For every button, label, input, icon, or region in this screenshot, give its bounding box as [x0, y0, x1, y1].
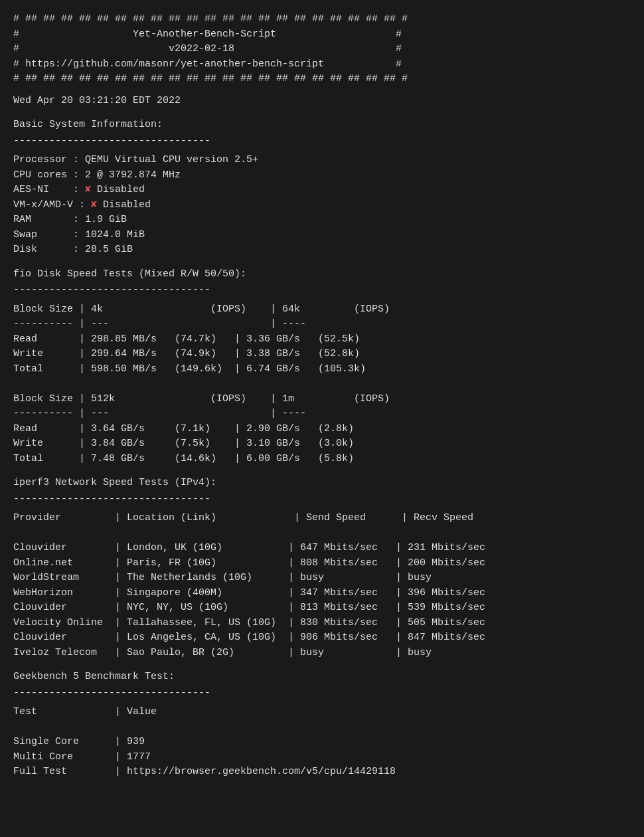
network-title: iperf3 Network Speed Tests (IPv4): — [13, 476, 631, 491]
geekbench-rows: Single Core | 939Multi Core | 1777Full T… — [13, 735, 631, 780]
timestamp: Wed Apr 20 03:21:20 EDT 2022 — [13, 94, 631, 109]
fio-row: Read | 3.64 GB/s (7.1k) | 2.90 GB/s (2.8… — [13, 422, 631, 437]
header-line4: # https://github.com/masonr/yet-another-… — [13, 57, 631, 72]
geekbench-tests: Geekbench 5 Benchmark Test: ------------… — [13, 670, 631, 780]
network-rows: Clouvider | London, UK (10G) | 647 Mbits… — [13, 541, 631, 660]
geekbench-row: Multi Core | 1777 — [13, 750, 631, 765]
basic-info-row: CPU cores : 2 @ 3792.874 MHz — [13, 168, 631, 183]
fio-divider: --------------------------------- — [13, 283, 631, 298]
network-tests: iperf3 Network Speed Tests (IPv4): -----… — [13, 476, 631, 660]
network-row: Clouvider | London, UK (10G) | 647 Mbits… — [13, 541, 631, 556]
geekbench-divider: --------------------------------- — [13, 686, 631, 701]
network-row: Clouvider | NYC, NY, US (10G) | 813 Mbit… — [13, 601, 631, 616]
fio-row: Total | 7.48 GB/s (14.6k) | 6.00 GB/s (5… — [13, 452, 631, 467]
network-row: Iveloz Telecom | Sao Paulo, BR (2G) | bu… — [13, 646, 631, 661]
basic-info-row: VM-x/AMD-V : ✘ Disabled — [13, 198, 631, 213]
basic-system-info: Basic System Information: --------------… — [13, 118, 631, 258]
geekbench-row: Single Core | 939 — [13, 735, 631, 750]
network-divider: --------------------------------- — [13, 492, 631, 508]
script-header: # ## ## ## ## ## ## ## ## ## ## ## ## ##… — [13, 12, 631, 87]
basic-info-row: Processor : QEMU Virtual CPU version 2.5… — [13, 153, 631, 168]
network-row: WorldStream | The Netherlands (10G) | bu… — [13, 571, 631, 586]
network-header: Provider | Location (Link) | Send Speed … — [13, 511, 631, 526]
basic-info-row: RAM : 1.9 GiB — [13, 213, 631, 228]
fio-table2-rows: Read | 3.64 GB/s (7.1k) | 2.90 GB/s (2.8… — [13, 422, 631, 467]
basic-info-title: Basic System Information: — [13, 118, 631, 133]
network-row: Online.net | Paris, FR (10G) | 808 Mbits… — [13, 556, 631, 571]
fio-disk-tests: fio Disk Speed Tests (Mixed R/W 50/50): … — [13, 267, 631, 467]
network-row: Velocity Online | Tallahassee, FL, US (1… — [13, 616, 631, 631]
geekbench-col-header: Test | Value — [13, 705, 631, 720]
basic-info-row: Disk : 28.5 GiB — [13, 242, 631, 258]
geekbench-spacer — [13, 720, 631, 735]
fio-row: Read | 298.85 MB/s (74.7k) | 3.36 GB/s (… — [13, 332, 631, 347]
fio-table2-header: Block Size | 512k (IOPS) | 1m (IOPS) — [13, 392, 631, 407]
basic-info-divider: --------------------------------- — [13, 134, 631, 149]
header-line2: # Yet-Another-Bench-Script # — [13, 27, 631, 43]
fio-title: fio Disk Speed Tests (Mixed R/W 50/50): — [13, 267, 631, 282]
fio-table1-spacer — [13, 377, 631, 392]
basic-info-row: AES-NI : ✘ Disabled — [13, 183, 631, 198]
fio-table1-header: Block Size | 4k (IOPS) | 64k (IOPS) — [13, 302, 631, 318]
fio-table1-sep: ---------- | --- | ---- — [13, 317, 631, 332]
fio-row: Total | 598.50 MB/s (149.6k) | 6.74 GB/s… — [13, 362, 631, 377]
network-spacer — [13, 526, 631, 541]
terminal-output: # ## ## ## ## ## ## ## ## ## ## ## ## ##… — [13, 12, 631, 780]
basic-info-fields: Processor : QEMU Virtual CPU version 2.5… — [13, 153, 631, 258]
geekbench-row: Full Test | https://browser.geekbench.co… — [13, 765, 631, 780]
network-col-header: Provider | Location (Link) | Send Speed … — [13, 511, 631, 526]
geekbench-title: Geekbench 5 Benchmark Test: — [13, 670, 631, 685]
fio-row: Write | 3.84 GB/s (7.5k) | 3.10 GB/s (3.… — [13, 436, 631, 452]
fio-row: Write | 299.64 MB/s (74.9k) | 3.38 GB/s … — [13, 347, 631, 362]
basic-info-row: Swap : 1024.0 MiB — [13, 228, 631, 243]
header-line5: # ## ## ## ## ## ## ## ## ## ## ## ## ##… — [13, 72, 631, 87]
header-line3: # v2022-02-18 # — [13, 42, 631, 57]
fio-table1-rows: Read | 298.85 MB/s (74.7k) | 3.36 GB/s (… — [13, 332, 631, 377]
fio-table2-sep: ---------- | --- | ---- — [13, 407, 631, 422]
network-row: WebHorizon | Singapore (400M) | 347 Mbit… — [13, 586, 631, 601]
geekbench-header: Test | Value — [13, 705, 631, 720]
header-line1: # ## ## ## ## ## ## ## ## ## ## ## ## ##… — [13, 12, 631, 27]
network-row: Clouvider | Los Angeles, CA, US (10G) | … — [13, 630, 631, 646]
